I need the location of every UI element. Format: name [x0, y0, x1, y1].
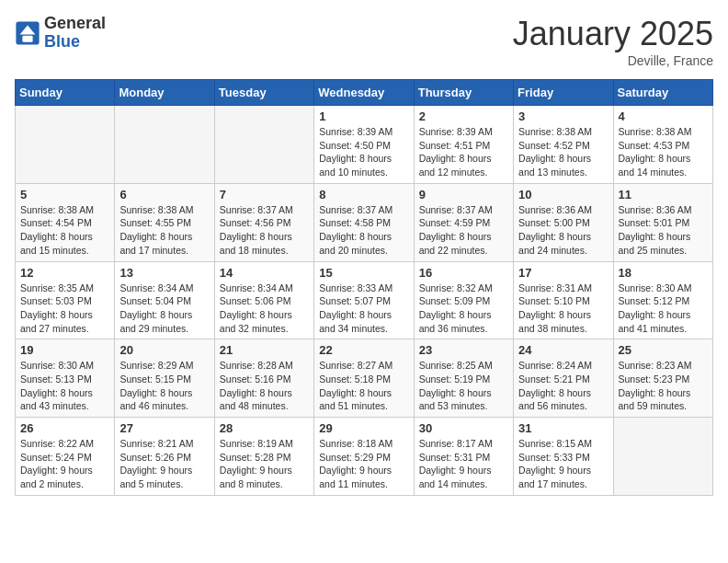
day-number: 17 — [518, 266, 608, 280]
day-info: Sunrise: 8:29 AM Sunset: 5:15 PM Dayligh… — [119, 359, 209, 413]
day-info: Sunrise: 8:33 AM Sunset: 5:07 PM Dayligh… — [319, 282, 408, 336]
calendar-day-cell — [115, 106, 214, 184]
day-info: Sunrise: 8:17 AM Sunset: 5:31 PM Dayligh… — [419, 437, 508, 491]
day-info: Sunrise: 8:37 AM Sunset: 4:56 PM Dayligh… — [220, 203, 309, 258]
month-title: January 2025 — [513, 15, 713, 53]
day-info: Sunrise: 8:22 AM Sunset: 5:24 PM Dayligh… — [20, 437, 109, 491]
day-info: Sunrise: 8:38 AM Sunset: 4:54 PM Dayligh… — [20, 203, 109, 258]
day-info: Sunrise: 8:38 AM Sunset: 4:55 PM Dayligh… — [119, 203, 209, 258]
day-info: Sunrise: 8:30 AM Sunset: 5:12 PM Dayligh… — [619, 282, 708, 336]
calendar-week-row: 1Sunrise: 8:39 AM Sunset: 4:50 PM Daylig… — [16, 106, 713, 184]
day-info: Sunrise: 8:34 AM Sunset: 5:06 PM Dayligh… — [220, 282, 309, 336]
day-of-week-header: Monday — [115, 80, 214, 106]
calendar-day-cell: 19Sunrise: 8:30 AM Sunset: 5:13 PM Dayli… — [16, 339, 115, 418]
calendar-week-row: 19Sunrise: 8:30 AM Sunset: 5:13 PM Dayli… — [16, 339, 713, 418]
day-number: 23 — [419, 343, 508, 357]
day-number: 15 — [319, 266, 408, 280]
calendar-day-cell: 31Sunrise: 8:15 AM Sunset: 5:33 PM Dayli… — [514, 418, 613, 496]
calendar-day-cell: 6Sunrise: 8:38 AM Sunset: 4:55 PM Daylig… — [115, 183, 214, 261]
day-info: Sunrise: 8:38 AM Sunset: 4:52 PM Dayligh… — [518, 125, 608, 179]
day-info: Sunrise: 8:39 AM Sunset: 4:51 PM Dayligh… — [419, 125, 508, 179]
day-number: 5 — [20, 188, 109, 201]
calendar-week-row: 5Sunrise: 8:38 AM Sunset: 4:54 PM Daylig… — [16, 183, 713, 261]
calendar-day-cell: 12Sunrise: 8:35 AM Sunset: 5:03 PM Dayli… — [16, 261, 115, 339]
day-info: Sunrise: 8:39 AM Sunset: 4:50 PM Dayligh… — [319, 125, 408, 179]
day-number: 11 — [619, 188, 708, 201]
day-number: 19 — [20, 343, 109, 357]
day-info: Sunrise: 8:30 AM Sunset: 5:13 PM Dayligh… — [20, 359, 109, 413]
day-info: Sunrise: 8:36 AM Sunset: 5:01 PM Dayligh… — [619, 203, 708, 258]
day-number: 25 — [619, 343, 708, 357]
calendar-day-cell: 16Sunrise: 8:32 AM Sunset: 5:09 PM Dayli… — [414, 261, 513, 339]
calendar-day-cell: 18Sunrise: 8:30 AM Sunset: 5:12 PM Dayli… — [613, 261, 712, 339]
day-info: Sunrise: 8:35 AM Sunset: 5:03 PM Dayligh… — [20, 282, 109, 336]
day-number: 13 — [119, 266, 209, 280]
day-info: Sunrise: 8:19 AM Sunset: 5:28 PM Dayligh… — [220, 437, 309, 491]
day-info: Sunrise: 8:27 AM Sunset: 5:18 PM Dayligh… — [319, 359, 408, 413]
calendar-day-cell: 26Sunrise: 8:22 AM Sunset: 5:24 PM Dayli… — [16, 418, 115, 496]
day-number: 21 — [220, 343, 309, 357]
day-info: Sunrise: 8:18 AM Sunset: 5:29 PM Dayligh… — [319, 437, 408, 491]
location: Deville, France — [513, 53, 713, 68]
logo: General Blue — [15, 15, 106, 52]
day-number: 7 — [220, 188, 309, 201]
day-info: Sunrise: 8:36 AM Sunset: 5:00 PM Dayligh… — [518, 203, 608, 258]
calendar-day-cell: 5Sunrise: 8:38 AM Sunset: 4:54 PM Daylig… — [16, 183, 115, 261]
day-number: 10 — [518, 188, 608, 201]
calendar-day-cell — [613, 418, 712, 496]
calendar-day-cell: 25Sunrise: 8:23 AM Sunset: 5:23 PM Dayli… — [613, 339, 712, 418]
day-number: 1 — [319, 109, 408, 123]
day-info: Sunrise: 8:23 AM Sunset: 5:23 PM Dayligh… — [619, 359, 708, 413]
day-number: 24 — [518, 343, 608, 357]
calendar-day-cell: 13Sunrise: 8:34 AM Sunset: 5:04 PM Dayli… — [115, 261, 214, 339]
day-number: 16 — [419, 266, 508, 280]
calendar-day-cell: 3Sunrise: 8:38 AM Sunset: 4:52 PM Daylig… — [514, 106, 613, 184]
day-info: Sunrise: 8:38 AM Sunset: 4:53 PM Dayligh… — [619, 125, 708, 179]
day-info: Sunrise: 8:15 AM Sunset: 5:33 PM Dayligh… — [518, 437, 608, 491]
day-of-week-header: Saturday — [613, 80, 712, 106]
day-number: 14 — [220, 266, 309, 280]
calendar-day-cell: 7Sunrise: 8:37 AM Sunset: 4:56 PM Daylig… — [214, 183, 313, 261]
calendar-day-cell: 29Sunrise: 8:18 AM Sunset: 5:29 PM Dayli… — [314, 418, 414, 496]
day-number: 26 — [20, 421, 109, 435]
day-number: 29 — [319, 421, 408, 435]
day-info: Sunrise: 8:32 AM Sunset: 5:09 PM Dayligh… — [419, 282, 508, 336]
day-of-week-header: Tuesday — [214, 80, 313, 106]
calendar-table: SundayMondayTuesdayWednesdayThursdayFrid… — [15, 79, 713, 496]
day-info: Sunrise: 8:37 AM Sunset: 4:58 PM Dayligh… — [319, 203, 408, 258]
calendar-day-cell: 30Sunrise: 8:17 AM Sunset: 5:31 PM Dayli… — [414, 418, 513, 496]
calendar-header-row: SundayMondayTuesdayWednesdayThursdayFrid… — [16, 80, 713, 106]
day-info: Sunrise: 8:24 AM Sunset: 5:21 PM Dayligh… — [518, 359, 608, 413]
logo-general-text: General — [44, 14, 106, 32]
day-number: 4 — [619, 109, 708, 123]
day-info: Sunrise: 8:37 AM Sunset: 4:59 PM Dayligh… — [419, 203, 508, 258]
day-of-week-header: Wednesday — [314, 80, 414, 106]
logo-icon — [15, 20, 40, 46]
calendar-day-cell: 20Sunrise: 8:29 AM Sunset: 5:15 PM Dayli… — [115, 339, 214, 418]
day-info: Sunrise: 8:25 AM Sunset: 5:19 PM Dayligh… — [419, 359, 508, 413]
day-number: 2 — [419, 109, 508, 123]
calendar-day-cell: 1Sunrise: 8:39 AM Sunset: 4:50 PM Daylig… — [314, 106, 414, 184]
day-number: 22 — [319, 343, 408, 357]
day-number: 18 — [619, 266, 708, 280]
calendar-day-cell: 4Sunrise: 8:38 AM Sunset: 4:53 PM Daylig… — [613, 106, 712, 184]
calendar-day-cell: 15Sunrise: 8:33 AM Sunset: 5:07 PM Dayli… — [314, 261, 414, 339]
day-number: 28 — [220, 421, 309, 435]
calendar-day-cell — [214, 106, 313, 184]
day-number: 31 — [518, 421, 608, 435]
calendar-day-cell: 24Sunrise: 8:24 AM Sunset: 5:21 PM Dayli… — [514, 339, 613, 418]
day-number: 27 — [119, 421, 209, 435]
calendar-day-cell: 28Sunrise: 8:19 AM Sunset: 5:28 PM Dayli… — [214, 418, 313, 496]
day-number: 8 — [319, 188, 408, 201]
calendar-day-cell: 9Sunrise: 8:37 AM Sunset: 4:59 PM Daylig… — [414, 183, 513, 261]
day-number: 9 — [419, 188, 508, 201]
page-header: General Blue January 2025 Deville, Franc… — [15, 15, 713, 68]
calendar-day-cell: 2Sunrise: 8:39 AM Sunset: 4:51 PM Daylig… — [414, 106, 513, 184]
calendar-day-cell: 22Sunrise: 8:27 AM Sunset: 5:18 PM Dayli… — [314, 339, 414, 418]
day-number: 3 — [518, 109, 608, 123]
calendar-week-row: 26Sunrise: 8:22 AM Sunset: 5:24 PM Dayli… — [16, 418, 713, 496]
calendar-day-cell: 8Sunrise: 8:37 AM Sunset: 4:58 PM Daylig… — [314, 183, 414, 261]
calendar-day-cell: 11Sunrise: 8:36 AM Sunset: 5:01 PM Dayli… — [613, 183, 712, 261]
calendar-day-cell: 14Sunrise: 8:34 AM Sunset: 5:06 PM Dayli… — [214, 261, 313, 339]
calendar-day-cell — [16, 106, 115, 184]
